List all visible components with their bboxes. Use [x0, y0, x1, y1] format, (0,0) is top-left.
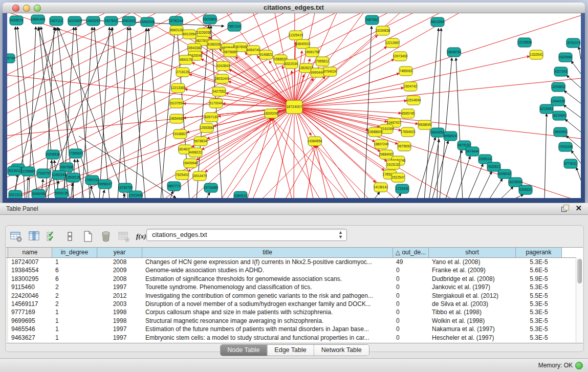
- column-header-year[interactable]: year: [97, 248, 142, 257]
- cell-pagerank: 5.3E-5: [516, 300, 562, 308]
- table-selector[interactable]: citations_edges.txt ▲▼: [146, 229, 347, 241]
- cell-out-degree: 0: [393, 292, 429, 300]
- network-view-frame: 4935574206914062307113163193091065328715…: [3, 13, 585, 203]
- column-header-name[interactable]: name: [8, 248, 52, 257]
- table-row[interactable]: 911546021997Tourette syndrome. Phenomeno…: [6, 283, 583, 291]
- svg-text:20206536: 20206536: [46, 152, 60, 156]
- table-row[interactable]: 2242004622012Investigating the contribut…: [6, 292, 583, 300]
- table-columns-icon[interactable]: [28, 230, 41, 243]
- table-header-row: namein_degreeyeartitle△ out_de...shortpa…: [6, 248, 583, 258]
- table-row[interactable]: 1830029562008Estimation of significance …: [6, 275, 583, 283]
- svg-text:2055734: 2055734: [7, 56, 15, 60]
- svg-text:10467427: 10467427: [387, 121, 402, 124]
- svg-text:8595745: 8595745: [401, 112, 415, 115]
- cell-short: Nakamura et al. (1997): [429, 325, 516, 333]
- column-header--filler: [562, 248, 583, 257]
- cell-name: 9777169: [8, 308, 52, 316]
- table-toolbar: f(x): [10, 229, 148, 244]
- column-header-short[interactable]: short: [429, 248, 516, 257]
- tab-edge-table[interactable]: Edge Table: [267, 345, 313, 356]
- cell-in-degree: 6: [52, 275, 97, 283]
- svg-text:2307113: 2307113: [50, 19, 63, 23]
- cell-title: Embryonic stem cells: a model to study s…: [142, 334, 393, 342]
- cell-out-degree: 0: [393, 266, 429, 274]
- table-row[interactable]: 1456911722003Disruption of a novel membe…: [6, 300, 583, 308]
- column-header-pagerank[interactable]: pagerank: [516, 248, 562, 257]
- scrollbar-thumb[interactable]: [577, 259, 582, 283]
- svg-text:1604742: 1604742: [404, 84, 417, 88]
- cell-pagerank: 5.3E-5: [516, 317, 562, 325]
- svg-text:9474444: 9474444: [466, 149, 479, 153]
- svg-text:12923448: 12923448: [128, 193, 143, 197]
- table-tabs: Node TableEdge TableNetwork Table: [220, 344, 369, 356]
- svg-text:2935114: 2935114: [479, 157, 492, 161]
- cell-out-degree: 0: [393, 317, 429, 325]
- table-row[interactable]: 1872400712008Changes of HCN gene express…: [6, 258, 583, 266]
- svg-text:8660128: 8660128: [170, 28, 183, 32]
- node-table: namein_degreeyeartitle△ out_de...shortpa…: [6, 247, 583, 343]
- close-panel-icon[interactable]: ✕: [575, 204, 582, 212]
- svg-text:15751074: 15751074: [566, 41, 581, 45]
- svg-text:7625402: 7625402: [176, 173, 189, 177]
- table-panel-header: Table Panel ✕: [0, 203, 588, 215]
- select-columns-icon[interactable]: [46, 230, 59, 243]
- svg-text:9990444: 9990444: [311, 71, 324, 74]
- svg-text:8267130: 8267130: [205, 115, 218, 119]
- svg-text:20691406: 20691406: [31, 17, 46, 21]
- svg-text:9242843: 9242843: [216, 64, 230, 68]
- cell-name: 14569117: [8, 300, 52, 308]
- svg-text:16640910: 16640910: [296, 42, 311, 46]
- svg-text:6305321: 6305321: [519, 188, 532, 191]
- svg-text:1733426: 1733426: [396, 187, 409, 190]
- cell-title: Disruption of a novel member of a sodium…: [142, 300, 393, 308]
- table-settings-icon[interactable]: [10, 230, 23, 243]
- svg-text:13226058: 13226058: [197, 31, 211, 34]
- svg-text:9329966: 9329966: [559, 55, 572, 59]
- table-panel: Table Panel ✕: [0, 203, 588, 358]
- import-table-icon[interactable]: [117, 230, 130, 243]
- table-panel-title: Table Panel: [6, 205, 38, 212]
- delete-table-icon[interactable]: [99, 230, 113, 243]
- cell-short: Yano et al. (2008): [429, 258, 516, 266]
- column-header-title[interactable]: title: [142, 248, 393, 257]
- column-header-in-degree[interactable]: in_degree: [52, 248, 97, 257]
- cell-short: Franke et al. (2009): [429, 266, 516, 274]
- cell-name: 9699695: [8, 317, 52, 325]
- svg-text:9640954: 9640954: [431, 130, 444, 134]
- svg-text:6679197: 6679197: [458, 143, 471, 147]
- svg-text:5905135: 5905135: [55, 191, 68, 195]
- column-header-out-degree[interactable]: △ out_de...: [393, 248, 429, 257]
- table-row[interactable]: 969969511998Structural magnetic resonanc…: [6, 317, 583, 325]
- svg-text:12218506: 12218506: [517, 40, 532, 44]
- svg-text:16225994: 16225994: [508, 180, 523, 184]
- new-table-icon[interactable]: [81, 230, 95, 243]
- vertical-scrollbar[interactable]: [576, 257, 583, 342]
- svg-text:9146821: 9146821: [259, 53, 273, 56]
- svg-text:16958107: 16958107: [98, 182, 113, 186]
- svg-text:3046096: 3046096: [32, 192, 45, 195]
- svg-text:6774011: 6774011: [564, 162, 577, 165]
- cell-year: 2008: [97, 258, 142, 266]
- table-row[interactable]: 946362711997Embryonic stem cells: a mode…: [6, 334, 583, 342]
- window-title: citations_edges.txt: [3, 4, 585, 11]
- float-panel-icon[interactable]: [561, 204, 569, 212]
- table-row[interactable]: 1938455462009Genome-wide association stu…: [6, 266, 583, 274]
- svg-text:16210643: 16210643: [552, 114, 567, 117]
- cell-title: Tourette syndrome. Phenomenology and cla…: [142, 283, 393, 291]
- tab-network-table[interactable]: Network Table: [314, 345, 369, 356]
- svg-text:16107554: 16107554: [169, 101, 184, 105]
- tab-node-table[interactable]: Node Table: [220, 345, 267, 356]
- cell-year: 1997: [97, 283, 142, 291]
- window-titlebar[interactable]: citations_edges.txt: [3, 3, 585, 13]
- network-graph-canvas[interactable]: 4935574206914062307113163193091065328715…: [7, 13, 581, 198]
- table-selector-value: citations_edges.txt: [152, 231, 207, 238]
- svg-text:4498222: 4498222: [189, 150, 202, 154]
- table-row[interactable]: 946554611997Estimation of the future num…: [6, 325, 583, 333]
- svg-text:14136141: 14136141: [374, 185, 388, 189]
- rows-icon[interactable]: [63, 230, 77, 243]
- cell-name: 9463627: [8, 334, 52, 342]
- cell-in-degree: 2: [52, 283, 97, 291]
- cell-title: Changes of HCN gene expression and I(f) …: [142, 258, 393, 266]
- table-row[interactable]: 977716911998Corpus callosum shape and si…: [6, 308, 583, 316]
- cell-short: Jankovic et al. (1997): [429, 283, 516, 291]
